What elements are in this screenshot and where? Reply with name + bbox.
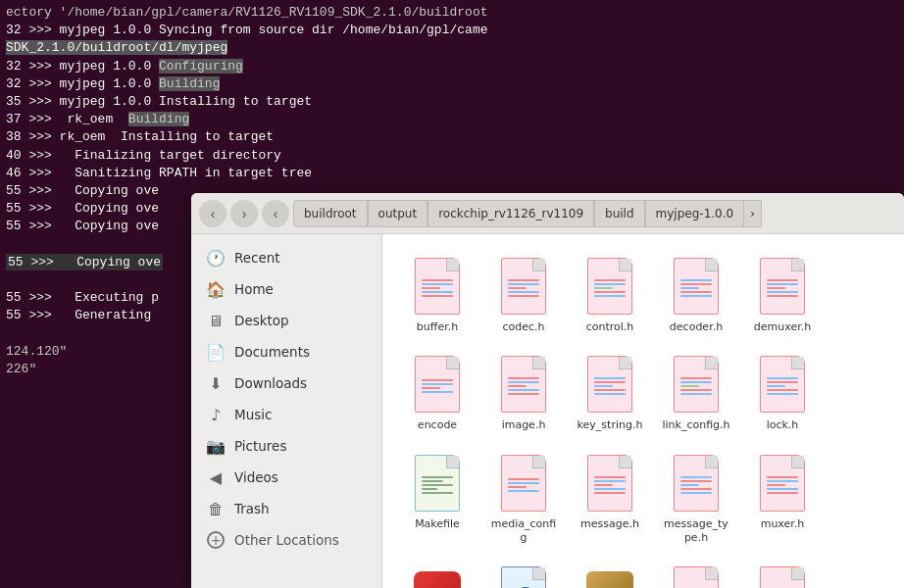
breadcrumb-output[interactable]: output: [368, 200, 428, 227]
file-item-codec-h[interactable]: codec.h: [484, 250, 563, 340]
sidebar-item-other-locations[interactable]: + Other Locations: [191, 524, 381, 556]
file-item-makefile[interactable]: Makefile: [398, 447, 477, 552]
terminal-line: ectory '/home/bian/gpl/camera/RV1126_RV1…: [6, 4, 898, 22]
file-icon-demuxer-h: [757, 256, 808, 317]
file-label: decoder.h: [670, 320, 723, 334]
file-item-lock-h[interactable]: lock.h: [743, 348, 822, 438]
file-icon-makefile: [412, 453, 463, 514]
documents-icon: 📄: [207, 343, 225, 361]
sidebar-label-desktop: Desktop: [234, 313, 289, 328]
sidebar-label-documents: Documents: [234, 344, 310, 360]
breadcrumb-rockchip[interactable]: rockchip_rv1126_rv1109: [427, 200, 594, 227]
file-icon-link-config-h: [671, 354, 722, 415]
music-icon: ♪: [207, 406, 225, 423]
file-label: lock.h: [767, 418, 799, 432]
file-item-decoder-h[interactable]: decoder.h: [657, 250, 735, 340]
file-label: Makefile: [415, 517, 460, 531]
file-icon-media-config: [498, 453, 549, 514]
file-label: message.h: [580, 517, 639, 531]
sidebar-item-documents[interactable]: 📄 Documents: [191, 336, 381, 368]
terminal-line: 37 >>> rk_oem Building: [6, 111, 898, 128]
sidebar-label-other: Other Locations: [234, 532, 339, 548]
breadcrumb-myjpeg[interactable]: myjpeg-1.0.0: [645, 200, 745, 227]
sidebar-label-pictures: Pictures: [234, 438, 286, 454]
file-item-message-h[interactable]: message.h: [571, 447, 649, 552]
parent-button[interactable]: ‹: [262, 200, 289, 227]
file-icon-buffer-h: [412, 256, 463, 317]
desktop-icon: 🖥: [207, 312, 225, 329]
file-item-rkmedia-aenc-h[interactable]: rkmedia_aenc.h: [743, 559, 822, 588]
sidebar-item-downloads[interactable]: ⬇ Downloads: [191, 368, 381, 399]
file-icon-message-type-h: [671, 453, 722, 514]
sidebar-item-recent[interactable]: 🕐 Recent: [191, 242, 381, 273]
file-icon-myjpeg-c: C: [498, 564, 549, 588]
file-item-myjpeg-c[interactable]: C myjpeg.c: [484, 559, 563, 588]
nautilus-body: 🕐 Recent 🏠 Home 🖥 Desktop 📄 Documents ⬇ …: [191, 234, 904, 588]
file-item-demuxer-h[interactable]: demuxer.h: [743, 250, 822, 340]
file-icon-decoder-h: [671, 256, 722, 317]
terminal-line: 40 >>> Finalizing target directory: [6, 147, 898, 165]
file-icon-encode: [412, 354, 463, 415]
breadcrumb-more[interactable]: ›: [744, 200, 762, 227]
sidebar-label-music: Music: [234, 407, 272, 422]
file-icon-control-h: [584, 256, 635, 317]
file-icon-myjpeg-tar: tar: [584, 564, 635, 588]
file-label: link_config.h: [662, 418, 729, 432]
sidebar-label-trash: Trash: [234, 501, 270, 516]
file-label: message_type.h: [661, 517, 731, 546]
breadcrumb-buildroot[interactable]: buildroot: [293, 200, 368, 227]
tar-icon: tar: [586, 571, 633, 588]
terminal-line: 32 >>> myjpeg 1.0.0 Building: [6, 75, 898, 93]
file-label: image.h: [502, 418, 546, 432]
file-label: key_string.h: [578, 418, 643, 432]
sidebar-item-trash[interactable]: 🗑 Trash: [191, 493, 381, 524]
file-area: buffer.h codec.h: [382, 234, 904, 588]
terminal-line: 38 >>> rk_oem Installing to target: [6, 128, 898, 146]
file-item-key-string-h[interactable]: key_string.h: [571, 348, 649, 438]
file-item-message-type-h[interactable]: message_type.h: [657, 447, 735, 552]
sidebar-item-pictures[interactable]: 📷 Pictures: [191, 430, 381, 462]
pictures-icon: 📷: [207, 437, 225, 455]
file-icon-image-h: [498, 354, 549, 415]
nautilus-header: ‹ › ‹ buildroot output rockchip_rv1126_r…: [191, 193, 904, 234]
file-item-control-h[interactable]: control.h: [571, 250, 649, 340]
file-item-muxer-h[interactable]: muxer.h: [743, 447, 822, 552]
file-item-myjpeg[interactable]: myjpeg myjpeg: [398, 559, 477, 588]
file-icon-message-h: [584, 453, 635, 514]
file-item-media-config[interactable]: media_config: [484, 447, 563, 552]
recent-icon: 🕐: [207, 249, 225, 267]
file-icon-key-string-h: [584, 354, 635, 415]
sidebar-label-videos: Videos: [234, 469, 278, 485]
file-icon-codec-h: [498, 256, 549, 317]
sidebar-item-videos[interactable]: ◀ Videos: [191, 462, 381, 493]
nautilus-window: ‹ › ‹ buildroot output rockchip_rv1126_r…: [191, 193, 904, 588]
forward-button[interactable]: ›: [230, 200, 258, 227]
file-item-rkmedia-adec-h[interactable]: rkmedia_adec.h: [657, 559, 735, 588]
videos-icon: ◀: [207, 468, 225, 486]
file-icon-myjpeg: myjpeg: [412, 564, 463, 588]
file-item-myjpeg-tar[interactable]: tar myjpe_1.0.0.t: [571, 559, 649, 588]
sidebar-label-home: Home: [234, 281, 274, 297]
terminal-line: SDK_2.1.0/buildroot/dl/myjpeg: [6, 39, 898, 57]
file-item-encode[interactable]: encode: [398, 348, 477, 438]
terminal-line: 32 >>> myjpeg 1.0.0 Syncing from source …: [6, 22, 898, 39]
file-icon-rkmedia-aenc: [757, 564, 808, 588]
file-label: demuxer.h: [754, 320, 811, 334]
downloads-icon: ⬇: [207, 374, 225, 392]
file-item-link-config-h[interactable]: link_config.h: [657, 348, 735, 438]
home-icon: 🏠: [207, 280, 225, 298]
file-item-image-h[interactable]: image.h: [484, 348, 563, 438]
file-icon-muxer-h: [757, 453, 808, 514]
file-item-buffer-h[interactable]: buffer.h: [398, 250, 477, 340]
file-label: control.h: [586, 320, 634, 334]
breadcrumb-build[interactable]: build: [594, 200, 645, 227]
sidebar-item-music[interactable]: ♪ Music: [191, 399, 381, 430]
file-label: muxer.h: [761, 517, 805, 531]
sidebar: 🕐 Recent 🏠 Home 🖥 Desktop 📄 Documents ⬇ …: [191, 234, 382, 588]
sidebar-item-home[interactable]: 🏠 Home: [191, 273, 381, 305]
breadcrumb: buildroot output rockchip_rv1126_rv1109 …: [293, 199, 896, 228]
terminal-line: 35 >>> myjpeg 1.0.0 Installing to target: [6, 93, 898, 111]
back-button[interactable]: ‹: [199, 200, 226, 227]
file-label: encode: [418, 418, 457, 432]
sidebar-item-desktop[interactable]: 🖥 Desktop: [191, 305, 381, 336]
